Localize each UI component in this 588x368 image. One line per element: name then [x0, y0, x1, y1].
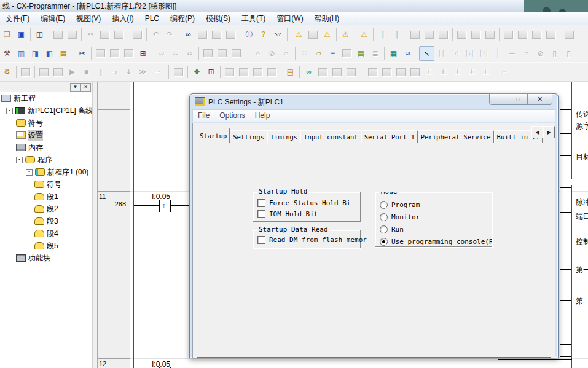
ci-dialog-icon: CI [406, 51, 410, 56]
properties-button[interactable]: ▤ [57, 47, 71, 60]
tree-item-新工程[interactable]: 新工程 [0, 92, 92, 104]
tree-item-程序[interactable]: -程序 [0, 154, 92, 166]
menu-item[interactable]: 编程(P) [165, 12, 200, 25]
workspace-dropdown-button[interactable]: ▼ [70, 83, 80, 92]
replace-button [195, 28, 210, 41]
address-reference-button[interactable]: ◧ [42, 47, 57, 60]
ci-dialog-button[interactable]: CI [401, 47, 415, 60]
tree-item-段1[interactable]: 段1 [0, 190, 92, 203]
tree-item-设置[interactable]: 设置 [0, 129, 92, 141]
menu-item[interactable]: 插入(I) [106, 12, 139, 25]
tab-peripheral-service[interactable]: Peripheral Service [418, 130, 494, 143]
menu-item[interactable]: 文件(F) [0, 12, 35, 25]
tab-input-constant[interactable]: Input constant [300, 130, 361, 143]
new-or-contact-icon: ┤↓├ [465, 51, 474, 56]
rung-11-contact-bar[interactable] [170, 200, 171, 212]
menu-item[interactable]: 模拟(S) [200, 12, 236, 25]
transfer-warning-button[interactable]: ⚠ [339, 28, 353, 41]
checkbox[interactable] [257, 210, 265, 218]
tab-timings[interactable]: Timings [267, 130, 300, 143]
dialog-menu-item[interactable]: Options [214, 110, 249, 120]
cross-reference-button[interactable]: ◨ [28, 47, 42, 60]
online-edit-send-icon [457, 31, 466, 39]
symbol-edit-button[interactable]: ✂ [75, 47, 89, 60]
tree-expander[interactable]: - [26, 169, 33, 176]
help-button[interactable]: ? [256, 28, 270, 41]
tree-item-符号[interactable]: 符号 [0, 117, 92, 129]
tree-item-符号[interactable]: 符号 [0, 178, 92, 190]
address-list-button[interactable]: ≡ [326, 47, 340, 60]
compile-button[interactable]: ⚠ [292, 28, 306, 41]
menu-item[interactable]: 窗口(W) [271, 12, 308, 25]
menu-item[interactable]: PLC [139, 13, 165, 25]
tree-expander[interactable]: - [6, 108, 13, 114]
find-warning-icon: ⚠ [324, 31, 331, 38]
minimize-button[interactable]: ─ [489, 93, 509, 105]
tab-serial-port-1[interactable]: Serial Port 1 [361, 130, 418, 143]
maximize-button[interactable]: □ [509, 93, 528, 105]
radio-option: Run [380, 225, 492, 233]
online-edit-warning-button[interactable]: ⚠ [357, 28, 371, 41]
find-next-icon [212, 31, 221, 39]
dialog-title-bar[interactable]: PLC Settings - 新PLC1 ─□✕ [190, 94, 558, 109]
watch-window-button[interactable]: ▥ [14, 47, 28, 60]
plc-settings-button[interactable]: ⚙ [0, 65, 14, 79]
tree-item-新PLC1[CP1L] 离线[interactable]: -新PLC1[CP1L] 离线 [0, 104, 92, 117]
tab-scroll-right-button[interactable]: ▶ [543, 126, 555, 138]
symbol-table-button[interactable]: ▦ [386, 47, 401, 60]
close-button[interactable]: ✕ [527, 93, 552, 105]
paste-special-button [130, 28, 144, 41]
save-button[interactable]: ▣ [14, 28, 28, 41]
open-button[interactable]: ❐ [0, 28, 14, 41]
find-button[interactable]: ∞ [181, 28, 195, 41]
comment-dialog-button[interactable]: ⊞ [136, 47, 150, 60]
menu-item[interactable]: 视图(V) [71, 12, 106, 25]
tab-settings[interactable]: Settings [230, 130, 267, 143]
transfer-to-plc-button[interactable]: ❖ [190, 65, 204, 79]
radio[interactable] [380, 201, 388, 209]
address-reference-icon: ◧ [46, 50, 53, 57]
checkbox-label: Force Status Hold Bi [269, 199, 350, 207]
tree-expander[interactable]: - [16, 157, 23, 163]
tree-item-内存[interactable]: 内存 [0, 141, 92, 154]
compile-program-check-button[interactable]: ◫ [33, 28, 47, 41]
checkbox[interactable] [257, 236, 265, 244]
io-comment-button [93, 47, 108, 60]
tab-startup[interactable]: Startup [197, 128, 230, 143]
tree-item-段3[interactable]: 段3 [0, 215, 92, 227]
radio-label: Monitor [391, 213, 420, 221]
show-options-button[interactable]: ⚒ [0, 47, 14, 60]
checkbox[interactable] [257, 199, 265, 207]
dialog-menu-item[interactable]: Help [250, 110, 275, 120]
tree-item-段2[interactable]: 段2 [0, 203, 92, 215]
panel-splitter[interactable] [92, 82, 98, 368]
about-button[interactable]: ⓘ [242, 28, 256, 41]
dialog-menu-item[interactable]: File [193, 110, 214, 120]
ladder-view-button[interactable]: ▤ [354, 47, 368, 60]
tree-item-段5[interactable]: 段5 [0, 240, 92, 252]
network-monitor-2-button [380, 65, 394, 79]
dialog-window-buttons: ─□✕ [490, 93, 552, 105]
menu-item[interactable]: 工具(T) [236, 12, 271, 25]
zoom-in-button: ○ [279, 47, 293, 60]
radio-selected[interactable] [380, 238, 388, 246]
workspace-close-button[interactable]: ✕ [80, 83, 91, 92]
tree-item-新程序1 (00)[interactable]: -新程序1 (00) [0, 166, 92, 178]
select-mode-button[interactable]: ↖ [419, 46, 434, 61]
menu-item[interactable]: 编辑(E) [35, 12, 71, 25]
transfer-options-button[interactable]: ⊞ [204, 65, 218, 79]
radio[interactable] [380, 213, 388, 221]
monitor-data-button[interactable]: ▤ [283, 65, 297, 79]
find-warning-button[interactable]: ⚠ [320, 28, 334, 41]
radio[interactable] [380, 225, 388, 233]
tree-item-段4[interactable]: 段4 [0, 227, 92, 240]
tree-item-功能块[interactable]: 功能块 [0, 252, 92, 264]
comment-eraser-button[interactable]: ▱ [312, 47, 326, 60]
new-closed-coil-icon: ⊘ [537, 50, 543, 57]
context-help-button[interactable]: ↖? [270, 28, 284, 41]
tree-item-label: 新工程 [14, 93, 36, 104]
differential-monitor-button[interactable]: ∞ [302, 65, 316, 79]
tab-scroll-left-button[interactable]: ◀ [531, 126, 543, 138]
menu-item[interactable]: 帮助(H) [309, 12, 345, 25]
rung-11-contact-bar[interactable] [159, 200, 160, 212]
